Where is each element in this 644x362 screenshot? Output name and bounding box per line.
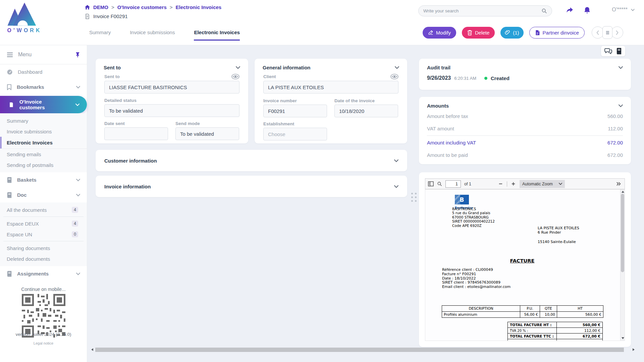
global-search[interactable] (418, 5, 552, 16)
customer-information-toggle[interactable]: Customer information (96, 150, 407, 171)
sidebar-item-sending-postmails[interactable]: Sending of postmails (0, 160, 87, 170)
sidebar-item-baskets[interactable]: Baskets (0, 172, 87, 187)
sidebar-item-dashboard[interactable]: Dashboard (0, 64, 87, 79)
sidebar-item-oinvoice-customers[interactable]: O'Invoice customers (0, 96, 87, 113)
amount-row: Amount before tax 560.00 (427, 110, 623, 122)
amount-label: Amount to be paid (427, 152, 468, 158)
field-label: Detailed status (104, 98, 137, 103)
sidebar-item-espace-deux[interactable]: Espace DEUX 4 (0, 218, 87, 229)
sidebar-item-assignments[interactable]: Assignments (0, 266, 87, 281)
breadcrumb-level2[interactable]: Electronic Invoices (175, 4, 221, 10)
search-icon[interactable] (541, 8, 547, 14)
tab-electronic-invoices[interactable]: Electronic Invoices (194, 29, 240, 41)
attachments-button[interactable]: (1) (500, 27, 523, 39)
scroll-left-arrow[interactable] (91, 348, 93, 351)
next-record-button[interactable] (611, 26, 623, 39)
share-icon[interactable] (566, 6, 574, 14)
detailed-status-field[interactable] (104, 104, 239, 117)
pdf-file-icon (535, 30, 540, 36)
scroll-right-arrow[interactable] (633, 348, 635, 351)
field-label: Send mode (175, 121, 239, 126)
sidebar-item-label: O'Invoice customers (19, 99, 65, 110)
dashboard-icon (7, 69, 13, 75)
sidebar-item-all-documents[interactable]: All the documents 4 (0, 204, 87, 215)
search-input[interactable] (423, 8, 541, 13)
collapse-chevron-icon[interactable] (395, 66, 399, 69)
home-icon[interactable] (85, 4, 90, 10)
chevron-down-icon (559, 183, 562, 185)
tab-invoice-submissions[interactable]: Invoice submissions (130, 29, 175, 41)
record-list-button[interactable] (602, 26, 612, 39)
modify-label: Modify (436, 30, 451, 36)
pdf-search-icon[interactable] (437, 181, 442, 186)
delete-button[interactable]: Delete (462, 27, 495, 39)
sidebar-item-label: Summary (7, 118, 28, 124)
collapse-chevron-icon[interactable] (236, 66, 240, 69)
sidebar-item-label: Doc (17, 192, 26, 198)
user-menu[interactable]: O'***** (612, 7, 635, 13)
sidebar-item-invoice-submissions[interactable]: Invoice submissions (0, 126, 87, 137)
legal-notice-link[interactable]: Legal notice (0, 341, 87, 345)
sidebar-item-sending-emails[interactable]: Sending emails (0, 149, 87, 160)
sidebar-item-label: Dashboard (18, 69, 42, 75)
invoice-date-field[interactable] (334, 105, 398, 117)
sent-to-field[interactable] (104, 81, 239, 94)
scrollbar-thumb[interactable] (95, 348, 624, 352)
hamburger-icon[interactable] (7, 52, 13, 57)
sidebar-item-electronic-invoices[interactable]: Electronic Invoices (0, 137, 87, 149)
pdf-zoom-select[interactable]: Automatic Zoom (520, 180, 565, 188)
breadcrumb-root[interactable]: DEMO (93, 4, 108, 10)
chevron-down-icon (76, 194, 80, 196)
horizontal-scrollbar[interactable] (90, 347, 636, 352)
column-resize-handle[interactable] (411, 193, 417, 202)
scrollbar-thumb[interactable] (621, 194, 624, 272)
eye-icon[interactable] (231, 74, 239, 79)
invoice-information-toggle[interactable]: Invoice information (96, 176, 407, 197)
client-field[interactable] (263, 81, 398, 94)
scroll-down-arrow[interactable] (622, 337, 624, 339)
pdf-document-page[interactable]: B Basitronics BASITRONICS 5 rue du Grand… (425, 189, 625, 341)
collapse-chevron-icon[interactable] (619, 104, 623, 107)
sidebar-item-doc[interactable]: Doc (0, 187, 87, 202)
collapse-chevron-icon (394, 185, 398, 188)
pdf-vertical-scrollbar[interactable] (620, 189, 625, 341)
invoice-items-table: DESCRIPTION P.U. QTE HT Profilés alumini… (442, 305, 603, 318)
modify-button[interactable]: Modify (423, 27, 456, 39)
sidebar-item-sharing-documents[interactable]: Sharing documents (0, 243, 87, 253)
sidebar-item-summary[interactable]: Summary (0, 115, 87, 126)
breadcrumb-level1[interactable]: O'Invoice customers (117, 4, 167, 10)
delete-label: Delete (475, 30, 489, 36)
partner-invoice-button[interactable]: Partner dinvoice (529, 27, 585, 39)
previous-record-button[interactable] (592, 26, 604, 39)
app-logo[interactable]: O'WORK (6, 2, 43, 34)
journal-icon[interactable] (616, 48, 622, 54)
sidebar-item-deleted-documents[interactable]: Deleted documents (0, 253, 87, 264)
pin-icon[interactable] (75, 52, 80, 58)
pdf-more-tools-icon[interactable] (616, 182, 621, 186)
collapse-chevron-icon[interactable] (619, 66, 623, 69)
sent-to-panel: Sent to Sent to Detailed status Date sen… (96, 59, 248, 143)
pdf-zoom-out-icon[interactable] (498, 182, 503, 186)
comments-icon[interactable] (604, 48, 612, 54)
amounts-panel: Amounts Amount before tax 560.00 VAT amo… (419, 97, 631, 164)
pdf-sidebar-toggle-icon[interactable] (428, 181, 434, 186)
invoice-number-field[interactable] (263, 105, 327, 117)
field-label: Sent to (104, 74, 120, 79)
send-mode-field[interactable] (175, 127, 239, 140)
eye-icon[interactable] (390, 74, 398, 79)
sidebar-item-bookmarks[interactable]: Bookmarks (0, 79, 87, 95)
sidebar-item-label: Espace UN (7, 232, 32, 237)
date-sent-field[interactable] (104, 127, 168, 140)
total-row: TOTAL FACTURE TTC :672,00 € (508, 334, 603, 339)
amount-value: 560.00 (607, 113, 623, 119)
scroll-up-arrow[interactable] (622, 191, 624, 193)
tab-summary[interactable]: Summary (89, 29, 111, 41)
sidebar-item-espace-un[interactable]: Espace UN 0 (0, 229, 87, 240)
establishment-field[interactable] (263, 128, 327, 140)
bell-icon[interactable] (583, 6, 591, 14)
pdf-page-input[interactable] (445, 180, 461, 188)
record-tabs: Summary Invoice submissions Electronic I… (89, 29, 240, 41)
sidebar-item-label: Baskets (17, 177, 37, 183)
pdf-zoom-in-icon[interactable] (511, 182, 516, 186)
audit-event: Created (491, 75, 509, 81)
